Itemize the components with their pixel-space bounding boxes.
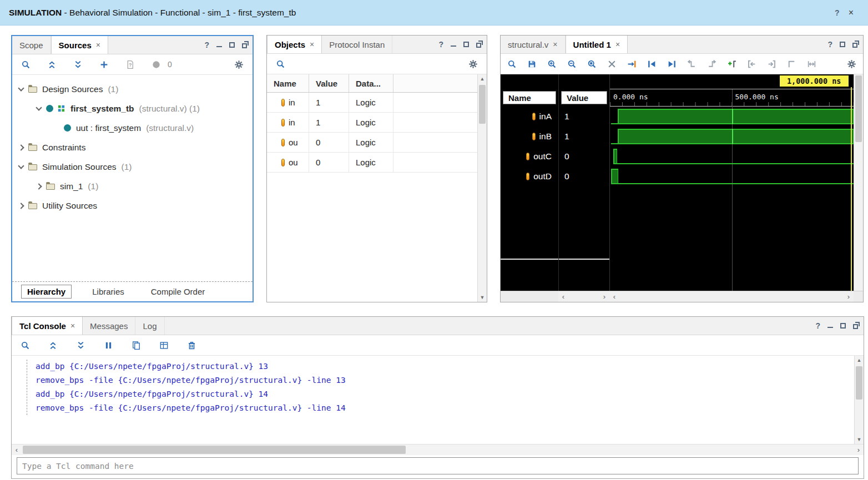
wave-row[interactable]: [610, 146, 854, 166]
trash-icon[interactable]: [187, 341, 196, 350]
scroll-down-icon[interactable]: ▼: [478, 293, 487, 302]
tree-item-simulation-sources[interactable]: Simulation Sources(1): [12, 157, 253, 176]
scroll-left-icon[interactable]: ‹: [609, 291, 619, 302]
tab-scope[interactable]: Scope: [12, 36, 51, 54]
prev-transition-icon[interactable]: [647, 59, 657, 69]
add-marker-icon[interactable]: [727, 59, 736, 69]
wave-name-hscrollbar[interactable]: ‹ ›: [558, 291, 609, 302]
chevron-right-icon[interactable]: [36, 183, 42, 189]
tab-libraries[interactable]: Libraries: [86, 285, 130, 299]
search-icon[interactable]: [21, 341, 30, 350]
object-row[interactable]: ou0Logic: [267, 153, 477, 173]
waveform-cursor[interactable]: [851, 87, 852, 291]
float-icon[interactable]: [852, 43, 857, 48]
scroll-down-icon[interactable]: ▼: [855, 435, 864, 444]
chevron-right-icon[interactable]: [18, 203, 24, 209]
first-edge-icon[interactable]: [747, 59, 756, 69]
tree-item-constraints[interactable]: Constraints: [12, 138, 253, 157]
zoom-out-icon[interactable]: [567, 59, 577, 69]
float-icon[interactable]: [476, 43, 481, 48]
zoom-cursor-icon[interactable]: [607, 59, 617, 69]
scroll-up-icon[interactable]: ▲: [855, 356, 864, 365]
search-icon[interactable]: [276, 59, 285, 69]
wave-signal-name[interactable]: inA: [501, 107, 558, 127]
measure-icon[interactable]: [807, 59, 816, 69]
scrollbar-thumb[interactable]: [855, 75, 862, 142]
minimize-icon[interactable]: [216, 42, 222, 48]
zoom-fit-icon[interactable]: [587, 59, 597, 69]
scroll-left-icon[interactable]: ‹: [558, 291, 568, 302]
tree-item-utility-sources[interactable]: Utility Sources: [12, 196, 253, 215]
console-horizontal-scrollbar[interactable]: ‹ ›: [12, 444, 864, 455]
gear-icon[interactable]: [468, 59, 478, 69]
wave-signal-name[interactable]: inB: [501, 127, 558, 146]
tab-objects[interactable]: Objects×: [267, 36, 322, 53]
scroll-right-icon[interactable]: ›: [854, 444, 864, 455]
close-tab-icon[interactable]: ×: [553, 40, 557, 49]
last-edge-icon[interactable]: [767, 59, 776, 69]
tab-messages[interactable]: Messages: [83, 317, 135, 335]
close-icon[interactable]: ×: [849, 8, 854, 18]
search-icon[interactable]: [21, 60, 31, 69]
chevron-down-icon[interactable]: [18, 163, 24, 169]
tab-untitled-1[interactable]: Untitled 1×: [566, 36, 628, 53]
collapse-all-icon[interactable]: [48, 341, 58, 350]
wave-signal-name[interactable]: outD: [501, 166, 558, 186]
collapse-all-icon[interactable]: [47, 60, 57, 69]
object-row[interactable]: ou0Logic: [267, 133, 477, 153]
chevron-right-icon[interactable]: [18, 144, 24, 150]
save-icon[interactable]: [527, 59, 537, 69]
tree-item-uut-first-system[interactable]: uut : first_system(structural.v): [12, 118, 253, 138]
scrollbar-thumb[interactable]: [479, 85, 486, 124]
scrollbar-thumb[interactable]: [856, 366, 862, 400]
object-row[interactable]: in1Logic: [267, 113, 477, 133]
column-header-value[interactable]: Value: [309, 74, 349, 92]
tab-hierarchy[interactable]: Hierarchy: [21, 285, 72, 299]
console-output[interactable]: add_bp {C:/Users/npete/fpgaProj/structur…: [12, 356, 864, 444]
wave-row[interactable]: [610, 127, 854, 146]
help-icon[interactable]: ?: [835, 8, 840, 17]
chevron-down-icon[interactable]: [18, 85, 24, 91]
objects-vertical-scrollbar[interactable]: ▲ ▼: [477, 74, 487, 302]
maximize-icon[interactable]: [840, 42, 845, 47]
next-transition-icon[interactable]: [667, 59, 677, 69]
console-vertical-scrollbar[interactable]: ▲ ▼: [854, 356, 864, 444]
tcl-command-input[interactable]: [17, 457, 859, 474]
object-row[interactable]: in1Logic: [267, 93, 477, 113]
next-edge-icon[interactable]: [707, 59, 716, 69]
wave-horizontal-scrollbar[interactable]: ‹ ›: [609, 291, 854, 302]
badge-icon[interactable]: [152, 60, 161, 69]
zoom-in-icon[interactable]: [547, 59, 557, 69]
invert-icon[interactable]: [787, 59, 796, 69]
float-icon[interactable]: [242, 43, 247, 48]
maximize-icon[interactable]: [463, 42, 469, 47]
copy-doc-icon[interactable]: [132, 341, 141, 350]
report-table-icon[interactable]: [159, 341, 169, 350]
tab-tcl-console[interactable]: Tcl Console×: [12, 317, 83, 335]
wave-value-header[interactable]: Value: [561, 91, 607, 104]
expand-all-icon[interactable]: [76, 341, 85, 350]
scrollbar-thumb[interactable]: [23, 446, 406, 454]
file-help-icon[interactable]: ?: [125, 60, 135, 69]
scroll-up-icon[interactable]: ▲: [478, 74, 487, 83]
maximize-icon[interactable]: [840, 323, 846, 329]
close-tab-icon[interactable]: ×: [310, 40, 314, 49]
tab-protocol-instan[interactable]: Protocol Instan: [322, 36, 392, 53]
pause-icon[interactable]: [104, 341, 113, 350]
wave-plot-area[interactable]: 1,000.000 ns 0.000 ns500.000 ns: [609, 74, 854, 291]
scroll-left-icon[interactable]: ‹: [12, 444, 22, 455]
wave-name-header[interactable]: Name: [503, 91, 556, 104]
prev-edge-icon[interactable]: [687, 59, 697, 69]
close-tab-icon[interactable]: ×: [615, 40, 620, 49]
expand-all-icon[interactable]: [73, 60, 83, 69]
wave-row[interactable]: [610, 107, 854, 127]
wave-vertical-scrollbar[interactable]: [854, 74, 863, 291]
gear-icon[interactable]: [234, 60, 244, 69]
help-icon[interactable]: ?: [815, 321, 820, 330]
chevron-down-icon[interactable]: [36, 104, 42, 110]
add-icon[interactable]: [99, 60, 109, 69]
scroll-right-icon[interactable]: ›: [844, 291, 854, 302]
tree-item-first-system-tb[interactable]: first_system_tb(structural.v) (1): [12, 99, 253, 118]
minimize-icon[interactable]: [827, 323, 833, 329]
close-tab-icon[interactable]: ×: [96, 41, 100, 49]
